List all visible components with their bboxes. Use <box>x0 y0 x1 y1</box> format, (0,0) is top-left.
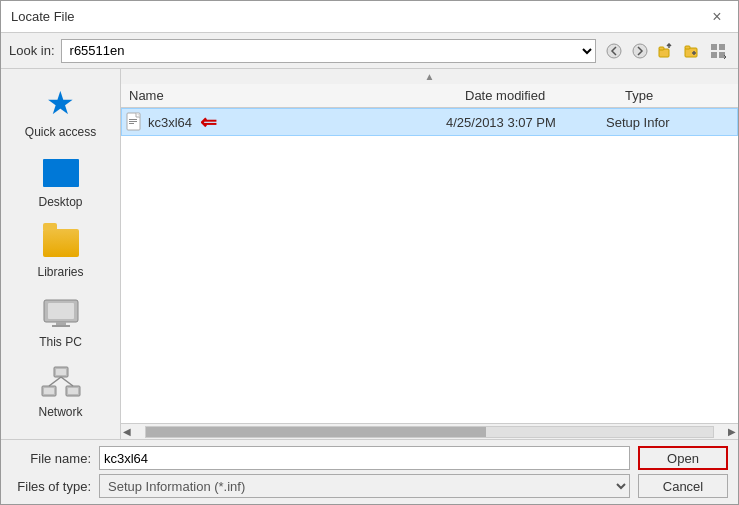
network-icon <box>41 366 81 400</box>
this-pc-icon-area <box>41 293 81 333</box>
col-header-date[interactable]: Date modified <box>465 88 625 103</box>
svg-rect-23 <box>129 119 137 120</box>
svg-rect-8 <box>711 52 717 58</box>
svg-rect-5 <box>685 46 690 49</box>
svg-rect-15 <box>56 369 66 375</box>
file-type-select[interactable]: Setup Information (*.inf) <box>99 474 630 498</box>
open-button[interactable]: Open <box>638 446 728 470</box>
look-in-label: Look in: <box>9 43 55 58</box>
svg-point-1 <box>633 44 647 58</box>
scroll-right-arrow[interactable]: ▶ <box>728 426 736 437</box>
col-header-name[interactable]: Name <box>125 88 465 103</box>
svg-rect-17 <box>44 388 54 394</box>
sidebar-item-this-pc[interactable]: This PC <box>1 287 120 355</box>
cancel-button[interactable]: Cancel <box>638 474 728 498</box>
scroll-left-arrow[interactable]: ◀ <box>123 426 131 437</box>
sidebar-item-network[interactable]: Network <box>1 357 120 425</box>
desktop-icon-area <box>41 153 81 193</box>
file-name-input[interactable] <box>99 446 630 470</box>
horizontal-scrollbar-area: ◀ ▶ <box>121 423 738 439</box>
file-icon <box>126 112 144 132</box>
title-bar: Locate File × <box>1 1 738 33</box>
toolbar-icons <box>602 39 730 63</box>
sidebar-item-desktop[interactable]: Desktop <box>1 147 120 215</box>
file-area: ▲ Name Date modified Type <box>121 69 738 439</box>
quick-access-label: Quick access <box>25 125 96 139</box>
libraries-label: Libraries <box>37 265 83 279</box>
this-pc-label: This PC <box>39 335 82 349</box>
library-icon <box>43 229 79 257</box>
locate-file-dialog: Locate File × Look in: r65511en <box>0 0 739 505</box>
new-folder-button[interactable] <box>680 39 704 63</box>
forward-button[interactable] <box>628 39 652 63</box>
scrollbar-thumb <box>146 427 486 437</box>
file-name-cell: kc3xl64 ⇐ <box>126 110 446 134</box>
this-pc-icon <box>42 298 80 328</box>
col-header-type[interactable]: Type <box>625 88 734 103</box>
file-type-cell: Setup Infor <box>606 115 733 130</box>
horizontal-scrollbar[interactable] <box>145 426 714 438</box>
svg-line-20 <box>49 377 61 386</box>
sidebar-item-quick-access[interactable]: ★ Quick access <box>1 77 120 145</box>
close-button[interactable]: × <box>706 6 728 28</box>
svg-rect-25 <box>129 123 134 124</box>
file-type-row: Files of type: Setup Information (*.inf)… <box>11 474 728 498</box>
file-name: kc3xl64 <box>148 115 192 130</box>
svg-rect-13 <box>52 325 70 327</box>
sort-arrow: ▲ <box>425 71 435 82</box>
svg-rect-7 <box>719 44 725 50</box>
network-icon-area <box>41 363 81 403</box>
toolbar: Look in: r65511en <box>1 33 738 69</box>
svg-rect-24 <box>129 121 137 122</box>
main-area: ★ Quick access Desktop Libraries <box>1 69 738 439</box>
up-folder-button[interactable] <box>654 39 678 63</box>
file-type-label: Files of type: <box>11 479 91 494</box>
file-name-row: File name: Open <box>11 446 728 470</box>
file-date-cell: 4/25/2013 3:07 PM <box>446 115 606 130</box>
desktop-label: Desktop <box>38 195 82 209</box>
red-arrow-icon: ⇐ <box>200 110 217 134</box>
bottom-form: File name: Open Files of type: Setup Inf… <box>1 439 738 504</box>
title-bar-left: Locate File <box>11 9 75 24</box>
svg-rect-6 <box>711 44 717 50</box>
file-name-label: File name: <box>11 451 91 466</box>
dialog-title: Locate File <box>11 9 75 24</box>
look-in-select[interactable]: r65511en <box>61 39 596 63</box>
svg-rect-3 <box>659 47 664 50</box>
svg-point-0 <box>607 44 621 58</box>
svg-rect-19 <box>68 388 78 394</box>
svg-line-21 <box>61 377 73 386</box>
views-button[interactable] <box>706 39 730 63</box>
back-button[interactable] <box>602 39 626 63</box>
quick-access-icon-area: ★ <box>41 83 81 123</box>
table-row[interactable]: kc3xl64 ⇐ 4/25/2013 3:07 PM Setup Infor <box>121 108 738 136</box>
file-list-body: kc3xl64 ⇐ 4/25/2013 3:07 PM Setup Infor <box>121 108 738 423</box>
sort-arrow-area: ▲ <box>121 69 738 84</box>
sidebar-item-libraries[interactable]: Libraries <box>1 217 120 285</box>
network-label: Network <box>38 405 82 419</box>
desktop-icon <box>43 159 79 187</box>
sidebar: ★ Quick access Desktop Libraries <box>1 69 121 439</box>
libraries-icon-area <box>41 223 81 263</box>
file-list-header: Name Date modified Type <box>121 84 738 108</box>
star-icon: ★ <box>46 87 75 119</box>
svg-rect-11 <box>48 303 74 319</box>
